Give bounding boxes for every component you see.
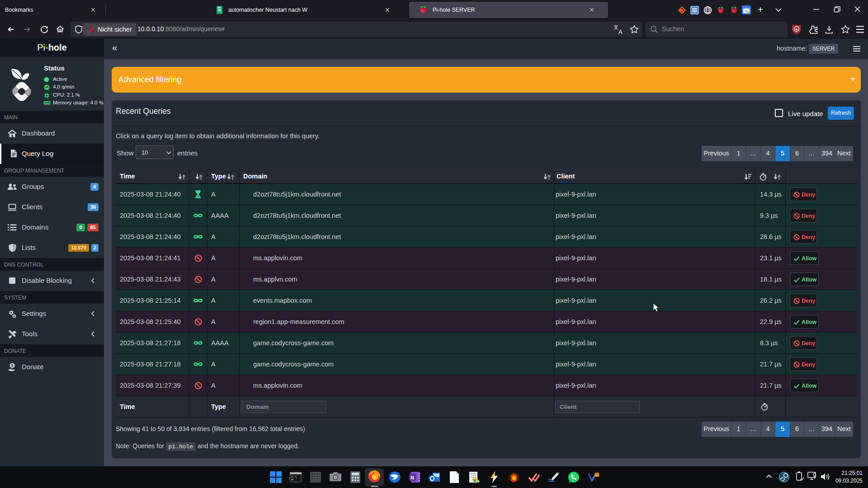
svg-text:u: u: [796, 28, 797, 31]
svg-text:A: A: [618, 28, 623, 35]
svg-text:FH: FH: [680, 9, 683, 12]
svg-text:C:\: C:\: [291, 475, 297, 479]
svg-text:$: $: [11, 363, 13, 368]
svg-text:文: 文: [613, 24, 618, 30]
svg-text:31: 31: [744, 9, 748, 13]
svg-text:N: N: [410, 475, 414, 480]
